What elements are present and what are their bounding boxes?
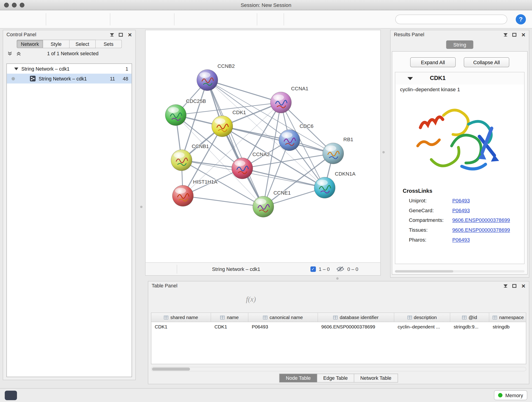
network-collection-row[interactable]: String Network – cdk1 1 xyxy=(7,64,132,74)
column-header-description[interactable]: description xyxy=(394,313,450,322)
memory-button[interactable]: Memory xyxy=(494,390,527,400)
results-panel-close-button[interactable]: ✕ xyxy=(521,32,526,37)
column-header-namespace[interactable]: namespace xyxy=(489,313,526,322)
table-horizontal-scrollbar[interactable] xyxy=(151,367,526,371)
show-all-button[interactable] xyxy=(346,12,361,26)
copy-network-button[interactable] xyxy=(289,12,305,26)
network-node-label: CCNB1 xyxy=(192,143,209,149)
results-panel-float-button[interactable] xyxy=(513,33,517,36)
network-share-view-button[interactable] xyxy=(163,266,170,273)
tree-expander-icon[interactable] xyxy=(14,67,18,70)
tab-node-table[interactable]: Node Table xyxy=(279,374,317,383)
network-node-label: CDKN1A xyxy=(335,171,355,177)
protein-structure-image xyxy=(412,96,507,184)
main-toolbar: ? xyxy=(0,11,532,28)
hidden-counter: 0 – 0 xyxy=(347,266,358,272)
network-edge-count: 48 xyxy=(118,76,128,81)
close-window-button[interactable] xyxy=(4,3,9,7)
network-row[interactable]: String Network – cdk1 11 48 xyxy=(7,74,132,83)
delete-column-button[interactable] xyxy=(209,296,216,303)
tab-style[interactable]: Style xyxy=(43,40,69,48)
open-session-button[interactable] xyxy=(6,12,22,26)
help-button[interactable]: ? xyxy=(516,14,526,24)
crosslink-label: Compartments: xyxy=(409,217,452,223)
table-settings-button[interactable] xyxy=(158,296,166,303)
function-builder-button[interactable]: f(x) xyxy=(246,295,256,304)
save-session-button[interactable] xyxy=(25,12,40,26)
detach-view-button[interactable] xyxy=(184,264,193,274)
column-header-name[interactable]: name xyxy=(211,313,248,322)
export-table-button[interactable] xyxy=(134,12,150,26)
scrollbar-thumb[interactable] xyxy=(152,368,190,370)
results-horizontal-scrollbar[interactable] xyxy=(395,270,525,273)
control-panel-menu-button[interactable] xyxy=(110,33,114,36)
search-input[interactable] xyxy=(409,17,470,22)
left-splitter-handle[interactable] xyxy=(140,206,143,208)
tab-string[interactable]: String xyxy=(446,40,473,49)
control-panel-close-button[interactable]: ✕ xyxy=(128,32,132,37)
control-panel-title: Control Panel xyxy=(6,32,36,37)
expand-tree-button[interactable] xyxy=(7,51,13,56)
zoom-fit-button[interactable] xyxy=(217,12,233,26)
collapse-tree-button[interactable] xyxy=(16,51,22,56)
import-table-button[interactable] xyxy=(89,12,104,26)
column-header-shared-name[interactable]: shared name xyxy=(151,313,211,322)
network-node-label: CDK1 xyxy=(232,109,246,115)
collapse-all-button[interactable]: Collapse All xyxy=(464,57,509,67)
warnings-button[interactable] xyxy=(22,390,35,400)
tab-edge-table[interactable]: Edge Table xyxy=(317,374,354,383)
import-network-from-database-button[interactable] xyxy=(70,12,86,26)
crosslink-label: Uniprot: xyxy=(409,198,452,203)
crosslink-row: Uniprot: P06493 xyxy=(395,196,524,205)
gene-section-header[interactable]: CDK1 xyxy=(395,72,524,84)
column-icon xyxy=(333,315,338,319)
results-panel-menu-button[interactable] xyxy=(504,33,508,36)
home-network-button[interactable] xyxy=(308,12,324,26)
network-node-label: RB1 xyxy=(343,137,353,142)
table-panel-close-button[interactable]: ✕ xyxy=(521,283,526,288)
grid-view-button[interactable] xyxy=(151,265,158,273)
export-network-button[interactable] xyxy=(116,12,131,26)
crosslink-row: Pharos: P06493 xyxy=(395,235,524,245)
crosslink-link[interactable]: P06493 xyxy=(452,237,470,243)
tab-network-table[interactable]: Network Table xyxy=(354,374,398,383)
column-header-canonical-name[interactable]: canonical name xyxy=(248,313,318,322)
delete-table-button[interactable] xyxy=(228,296,237,303)
minimize-window-button[interactable] xyxy=(12,3,17,7)
expand-all-button[interactable]: Expand All xyxy=(410,57,456,67)
right-splitter-handle[interactable] xyxy=(382,151,385,153)
create-column-button[interactable] xyxy=(192,296,200,303)
export-image-button[interactable] xyxy=(153,12,169,26)
pan-move-button[interactable] xyxy=(367,265,375,273)
crosslink-link[interactable]: 9606.ENSP00000378699 xyxy=(452,217,510,223)
crosslink-link[interactable]: 9606.ENSP00000378699 xyxy=(452,227,510,233)
selected-counter: 1 – 0 xyxy=(319,266,330,272)
tab-sets[interactable]: Sets xyxy=(95,40,122,48)
bottom-splitter-handle[interactable] xyxy=(336,277,339,280)
maximize-window-button[interactable] xyxy=(20,3,25,7)
crosslink-link[interactable]: P06493 xyxy=(452,198,470,203)
selected-checkbox-icon[interactable]: ✓ xyxy=(310,266,316,272)
table-panel-menu-button[interactable] xyxy=(504,284,508,287)
zoom-out-button[interactable] xyxy=(198,12,214,26)
import-network-from-file-button[interactable] xyxy=(51,12,67,26)
table-row[interactable]: CDK1 CDK1 P06493 9606.ENSP00000378699 cy… xyxy=(151,322,526,331)
tab-network[interactable]: Network xyxy=(17,40,43,48)
network-graph[interactable]: CCNB2CCNA1CDC25BCDK1CDC6RB1CCNB1CCNA2CDK… xyxy=(146,30,380,262)
cloud-services-button[interactable] xyxy=(5,390,17,400)
tab-select[interactable]: Select xyxy=(70,40,95,48)
crosslink-label: Tissues: xyxy=(409,227,452,233)
memory-label: Memory xyxy=(505,393,523,398)
network-options-gear-button[interactable] xyxy=(124,50,131,57)
zoom-in-button[interactable] xyxy=(180,12,196,26)
crosslink-link[interactable]: P06493 xyxy=(452,207,470,213)
control-panel-float-button[interactable] xyxy=(119,33,123,36)
show-columns-button[interactable] xyxy=(175,296,183,303)
hide-selected-button[interactable] xyxy=(327,12,342,26)
layout-refresh-button[interactable] xyxy=(263,12,278,26)
column-header-id[interactable]: @id xyxy=(450,313,489,322)
zoom-selected-button[interactable] xyxy=(236,12,251,26)
column-header-database-identifier[interactable]: database identifier xyxy=(318,313,394,322)
table-panel-float-button[interactable] xyxy=(513,284,517,288)
memory-status-dot-icon xyxy=(498,393,502,397)
